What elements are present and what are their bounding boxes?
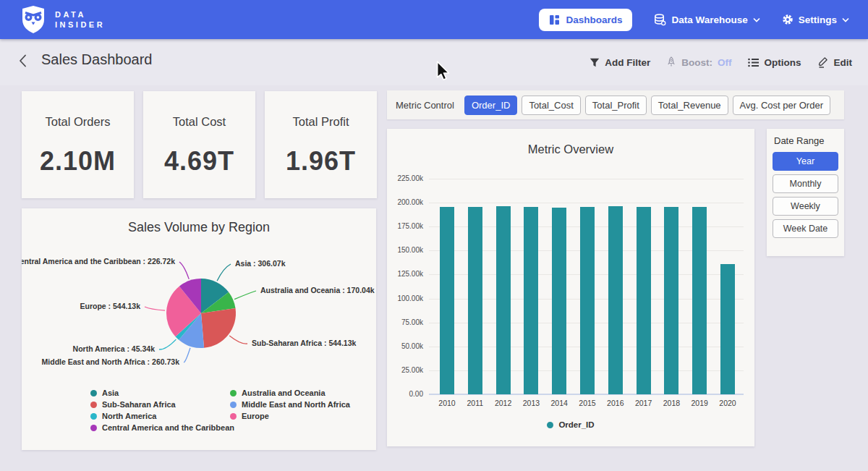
brand[interactable]: DATA INSIDER: [20, 5, 105, 34]
y-tick-label: 175.00k: [390, 222, 423, 230]
nav-data-warehouse-label: Data Warehouse: [671, 14, 747, 25]
bar-2017[interactable]: [637, 207, 651, 394]
kpi-card-total-orders: Total Orders2.10M: [22, 91, 134, 198]
x-tick-label-2014: 2014: [545, 399, 574, 407]
add-filter-label: Add Filter: [605, 57, 650, 68]
bar-chart-card: Metric Overview 225.00k200.00k175.00k150…: [387, 129, 754, 446]
date-range-label: Date Range: [774, 135, 838, 146]
bar-2013[interactable]: [524, 207, 538, 394]
date-button-week-date[interactable]: Week Date: [773, 219, 838, 238]
legend-label: Sub-Saharan Africa: [102, 400, 176, 409]
pencil-icon: [817, 56, 829, 68]
bar-2016[interactable]: [608, 206, 623, 394]
pie-slice-label-europe: Europe : 544.13k: [80, 302, 141, 310]
pie-leader-line: [184, 348, 190, 362]
legend-dot: [547, 422, 553, 428]
pie-chart-title: Sales Volume by Region: [22, 220, 376, 235]
pie-leader-line: [229, 336, 247, 344]
date-button-weekly[interactable]: Weekly: [773, 197, 838, 216]
x-tick-label-2016: 2016: [601, 399, 630, 407]
legend-dot: [90, 413, 97, 420]
bar-2020[interactable]: [720, 264, 735, 395]
metric-button-avg-cost-per-order[interactable]: Avg. Cost per Order: [733, 96, 830, 115]
chevron-down-icon: [842, 17, 849, 22]
date-button-monthly[interactable]: Monthly: [773, 174, 838, 193]
metric-button-total-revenue[interactable]: Total_Revenue: [651, 96, 728, 115]
kpi-card-total-cost: Total Cost4.69T: [143, 91, 255, 198]
kpi-label: Total Cost: [173, 115, 226, 129]
x-tick-label-2018: 2018: [657, 399, 686, 407]
pie-legend-column: Australia and OceaniaMiddle East and Nor…: [230, 389, 350, 420]
owl-logo-icon: [20, 5, 46, 34]
x-tick-label-2015: 2015: [573, 399, 602, 407]
legend-dot: [230, 402, 237, 408]
nav-dashboards-button[interactable]: Dashboards: [539, 9, 632, 31]
pie-slice-label-australia-and-oceania: Australia and Oceania : 170.04k: [260, 286, 375, 294]
pie-leader-line: [159, 339, 176, 349]
date-button-year[interactable]: Year: [773, 152, 838, 171]
bar-2010[interactable]: [440, 207, 454, 394]
back-button[interactable]: [19, 54, 27, 67]
pie-leader-line: [217, 264, 231, 281]
options-label: Options: [765, 57, 801, 68]
pie-svg: Asia : 306.07kAustralia and Oceania : 17…: [22, 245, 376, 388]
dashboard-grid-icon: [549, 14, 560, 25]
brand-line2: INSIDER: [55, 20, 105, 30]
legend-item-central-america-and-the-caribbean: Central America and the Caribbean: [90, 423, 234, 432]
pie-slice-label-middle-east-and-north-africa: Middle East and North Africa : 260.73k: [42, 357, 180, 366]
metric-buttons: Order_IDTotal_CostTotal_ProfitTotal_Reve…: [464, 96, 830, 115]
pie-slice-sub-saharan-africa[interactable]: [201, 308, 236, 348]
metric-button-total-profit[interactable]: Total_Profit: [585, 96, 647, 115]
kpi-card-total-profit: Total Profit1.96T: [265, 91, 377, 198]
boost-toggle[interactable]: Boost: Off: [666, 56, 731, 68]
options-button[interactable]: Options: [748, 57, 801, 68]
bar-2019[interactable]: [692, 207, 707, 394]
x-tick-label-2020: 2020: [713, 399, 742, 407]
bar-2011[interactable]: [468, 207, 482, 394]
kpi-row: Total Orders2.10MTotal Cost4.69TTotal Pr…: [22, 91, 377, 198]
legend-dot: [230, 413, 237, 420]
metric-button-total-cost[interactable]: Total_Cost: [522, 96, 580, 115]
pie-slice-label-sub-saharan-africa: Sub-Saharan Africa : 544.13k: [252, 339, 356, 347]
bar-chart-legend: Order_ID: [387, 420, 754, 429]
y-tick-label: 200.00k: [390, 198, 423, 206]
boost-value: Off: [718, 57, 732, 68]
top-navbar: DATA INSIDER Dashboards: [0, 0, 868, 39]
pie-leader-line: [234, 291, 256, 300]
bar-2018[interactable]: [664, 207, 678, 394]
brand-line1: DATA: [55, 9, 105, 20]
kpi-value: 4.69T: [164, 146, 234, 177]
app-root: DATA INSIDER Dashboards: [0, 0, 868, 471]
legend-label: Middle East and North Africa: [242, 400, 350, 409]
y-tick-label: 25.00k: [390, 366, 423, 374]
navbar-menu: Dashboards Data Warehouse: [539, 9, 849, 31]
legend-dot: [90, 425, 97, 431]
legend-item-australia-and-oceania: Australia and Oceania: [230, 389, 350, 397]
gear-icon: [782, 14, 793, 25]
metric-button-order-id[interactable]: Order_ID: [464, 96, 517, 115]
pie-leader-line: [179, 262, 189, 279]
y-tick-label: 125.00k: [390, 270, 423, 278]
kpi-value: 2.10M: [40, 146, 116, 177]
bar-2012[interactable]: [496, 206, 511, 394]
nav-data-warehouse[interactable]: Data Warehouse: [654, 14, 760, 26]
nav-dashboards-label: Dashboards: [566, 14, 622, 25]
bar-2015[interactable]: [580, 207, 595, 394]
bar-2014[interactable]: [552, 208, 566, 395]
brand-text: DATA INSIDER: [55, 9, 105, 30]
legend-label: Asia: [102, 389, 119, 397]
legend-item-sub-saharan-africa: Sub-Saharan Africa: [90, 400, 234, 409]
legend-label: Order_ID: [558, 420, 594, 429]
bar-chart: 225.00k200.00k175.00k150.00k125.00k100.0…: [387, 129, 754, 446]
edit-button[interactable]: Edit: [817, 56, 853, 68]
nav-settings[interactable]: Settings: [782, 14, 849, 25]
legend-dot: [90, 402, 97, 408]
y-tick-label: 225.00k: [390, 174, 423, 182]
legend-dot: [90, 390, 97, 396]
add-filter-button[interactable]: Add Filter: [590, 57, 650, 68]
legend-item-north-america: North America: [90, 412, 234, 420]
boost-label: Boost:: [681, 57, 712, 68]
metric-control-bar: Metric Control Order_IDTotal_CostTotal_P…: [387, 90, 844, 119]
grid-line: [429, 203, 744, 203]
x-tick-label-2017: 2017: [629, 399, 658, 407]
